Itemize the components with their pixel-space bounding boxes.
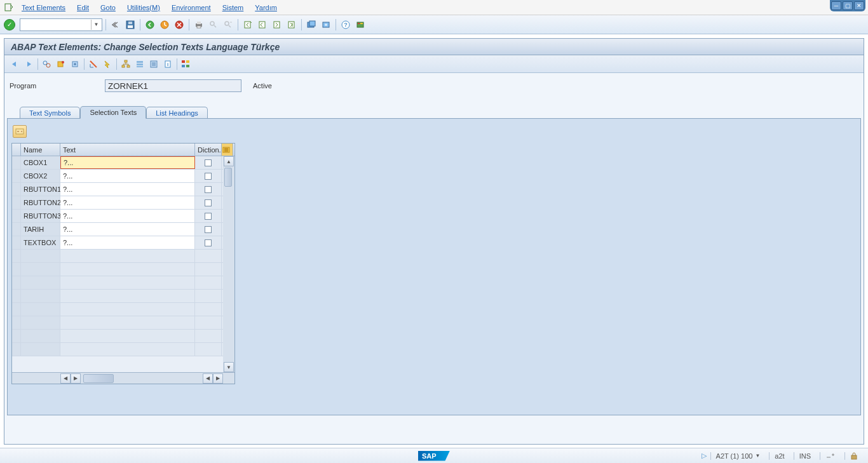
col-config-icon[interactable]: [222, 144, 233, 156]
cell-text[interactable]: ?...: [60, 210, 195, 222]
command-field[interactable]: ▼: [20, 18, 102, 31]
info-icon[interactable]: i: [161, 58, 174, 70]
next-page-icon[interactable]: [271, 18, 283, 31]
cell-name[interactable]: RBUTTON2: [21, 196, 60, 209]
cell-dict[interactable]: [195, 183, 222, 196]
row-selector[interactable]: [12, 183, 21, 196]
object-list-icon[interactable]: [133, 58, 146, 70]
row-selector[interactable]: [12, 170, 21, 182]
new-session-icon[interactable]: [305, 18, 318, 31]
find-icon[interactable]: [207, 18, 220, 31]
checkbox-icon[interactable]: [205, 186, 212, 193]
col-name[interactable]: Name: [21, 144, 60, 156]
row-selector[interactable]: [12, 223, 21, 236]
close-button[interactable]: ✕: [854, 1, 864, 10]
cell-dict[interactable]: [195, 223, 222, 236]
cell-text[interactable]: ?...: [60, 156, 195, 169]
first-page-icon[interactable]: [241, 18, 254, 31]
cell-name[interactable]: TARIH: [21, 223, 60, 236]
scroll-left-icon[interactable]: ◀: [60, 373, 71, 384]
enter-icon[interactable]: ✓: [4, 19, 15, 30]
cell-dict[interactable]: [195, 196, 222, 209]
col-text[interactable]: Text: [60, 144, 195, 156]
save-icon[interactable]: [124, 18, 137, 31]
cancel-icon[interactable]: [173, 18, 186, 31]
display-object-icon[interactable]: [41, 58, 53, 70]
cell-dict[interactable]: [195, 210, 222, 222]
scroll-right-icon[interactable]: ▶: [71, 373, 81, 384]
checkbox-icon[interactable]: [205, 239, 212, 246]
checkbox-icon[interactable]: [205, 213, 212, 220]
menu-environment[interactable]: Environment: [172, 4, 211, 11]
ok-code-icon[interactable]: ▷: [702, 452, 707, 460]
other-object-icon[interactable]: [55, 58, 67, 70]
checkbox-icon[interactable]: [205, 226, 212, 233]
scroll-thumb[interactable]: [224, 168, 232, 187]
menu-goto[interactable]: Goto: [100, 4, 116, 11]
checkbox-icon[interactable]: [205, 159, 212, 166]
cell-name[interactable]: RBUTTON3: [21, 210, 60, 222]
tab-list-headings[interactable]: List Headings: [146, 107, 208, 119]
print-icon[interactable]: [193, 18, 205, 31]
prev-page-icon[interactable]: [256, 18, 269, 31]
prev-icon[interactable]: [8, 58, 21, 70]
status-lock-icon[interactable]: [850, 452, 858, 460]
minimize-button[interactable]: ─: [831, 1, 841, 10]
col-selector[interactable]: [12, 144, 21, 156]
scroll-up-icon[interactable]: ▲: [224, 156, 234, 166]
cell-text[interactable]: ?...: [60, 236, 195, 249]
find-next-icon[interactable]: [222, 18, 234, 31]
row-selector[interactable]: [12, 156, 21, 169]
cell-dict[interactable]: [195, 156, 222, 169]
tab-selection-texts[interactable]: Selection Texts: [80, 106, 146, 119]
cell-name[interactable]: TEXTBOX: [21, 236, 60, 249]
cell-text[interactable]: ?...: [60, 223, 195, 236]
checkbox-icon[interactable]: [205, 199, 212, 206]
back-nav-icon[interactable]: [109, 18, 122, 31]
exit-icon[interactable]: [158, 18, 171, 31]
cell-text[interactable]: ?...: [60, 183, 195, 196]
cell-name[interactable]: CBOX1: [21, 156, 60, 169]
col-dictionary[interactable]: Diction.: [195, 144, 222, 156]
menu-sistem[interactable]: Sistem: [222, 4, 244, 11]
cell-text[interactable]: ?...: [60, 170, 195, 182]
status-system[interactable]: A2T (1) 100: [716, 452, 753, 460]
status-write-icon[interactable]: [825, 452, 836, 460]
concatenate-icon[interactable]: [180, 58, 193, 70]
customize-layout-icon[interactable]: [354, 18, 367, 31]
cell-dict[interactable]: [195, 170, 222, 182]
activate-icon[interactable]: [101, 58, 114, 70]
menu-utilities[interactable]: Utilities(M): [127, 4, 160, 11]
expand-collapse-button[interactable]: [13, 125, 27, 138]
menu-text-elements[interactable]: Text Elements: [22, 4, 65, 11]
scroll-right2-icon[interactable]: ▶: [213, 373, 223, 384]
generate-shortcut-icon[interactable]: [320, 18, 332, 31]
enhance-icon[interactable]: [69, 58, 81, 70]
vertical-scrollbar[interactable]: ▲ ▼: [223, 156, 234, 372]
row-selector[interactable]: [12, 210, 21, 222]
menu-yardim[interactable]: Yardım: [255, 4, 277, 11]
hscroll-thumb[interactable]: [83, 374, 114, 383]
command-dropdown-icon[interactable]: ▼: [91, 20, 101, 30]
maximize-button[interactable]: ▢: [843, 1, 853, 10]
next-icon[interactable]: [22, 58, 35, 70]
cell-name[interactable]: CBOX2: [21, 170, 60, 182]
last-page-icon[interactable]: [285, 18, 298, 31]
row-selector[interactable]: [12, 196, 21, 209]
navigation-icon[interactable]: [147, 58, 160, 70]
program-input[interactable]: [105, 79, 241, 92]
scroll-left2-icon[interactable]: ◀: [203, 373, 213, 384]
checkbox-icon[interactable]: [205, 173, 212, 180]
session-icon[interactable]: [4, 3, 14, 13]
help-icon[interactable]: ?: [339, 18, 352, 31]
check-icon[interactable]: [87, 58, 100, 70]
cell-dict[interactable]: [195, 236, 222, 249]
row-selector[interactable]: [12, 236, 21, 249]
scroll-down-icon[interactable]: ▼: [224, 362, 234, 372]
tab-text-symbols[interactable]: Text Symbols: [20, 107, 80, 119]
where-used-icon[interactable]: [119, 58, 132, 70]
back-icon[interactable]: [144, 18, 156, 31]
cell-name[interactable]: RBUTTON1: [21, 183, 60, 196]
menu-edit[interactable]: Edit: [77, 4, 89, 11]
cell-text[interactable]: ?...: [60, 196, 195, 209]
